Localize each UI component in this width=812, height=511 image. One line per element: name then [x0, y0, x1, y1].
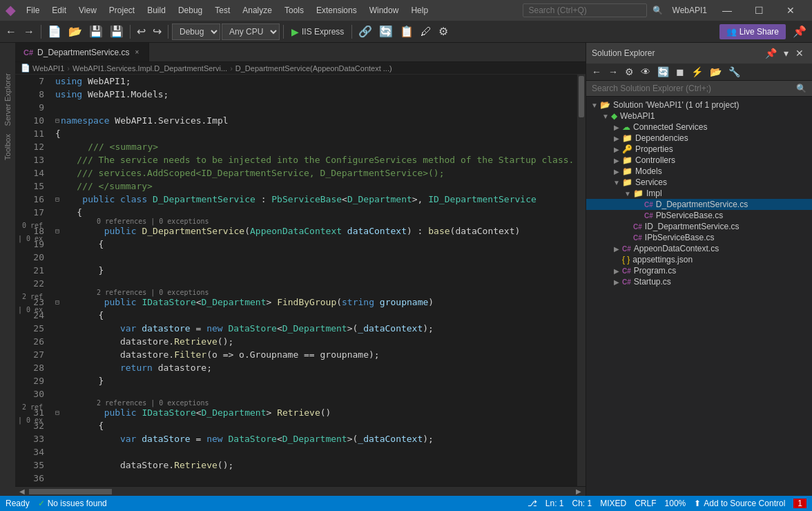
- scrollbar-thumb[interactable]: [579, 76, 584, 117]
- encoding-status[interactable]: MIXED: [600, 499, 626, 508]
- appsettings-label: appsettings.json: [632, 255, 693, 264]
- bc-project-label: WebAPI1: [32, 64, 64, 73]
- pb-service-base-node[interactable]: C# PbServiceBase.cs: [586, 210, 812, 221]
- breadcrumb-namespace[interactable]: WebAPI1.Services.Impl.D_DepartmentServi.…: [72, 64, 227, 73]
- properties-node[interactable]: ▶ 🔑 Properties: [586, 144, 812, 155]
- ready-status: Ready: [6, 499, 30, 508]
- debug-config-dropdown[interactable]: Debug: [172, 23, 220, 40]
- toolbox-tab[interactable]: Toolbox: [2, 131, 13, 163]
- menu-build[interactable]: Build: [142, 4, 171, 17]
- se-refresh-btn[interactable]: 🔄: [655, 65, 672, 79]
- menu-view[interactable]: View: [73, 4, 102, 17]
- d-department-service-node[interactable]: C# D_DepartmentService.cs: [586, 199, 812, 210]
- se-toolbar: ← → ⚙ 👁 🔄 ◼ ⚡ 📂 🔧: [586, 64, 812, 81]
- server-explorer-tab[interactable]: Server Explorer: [2, 70, 13, 128]
- redo-button[interactable]: ↪: [150, 23, 164, 39]
- pin-button[interactable]: 📌: [790, 23, 809, 39]
- se-collapse-btn[interactable]: ◼: [673, 65, 687, 79]
- code-line: [55, 251, 572, 264]
- id-department-service-node[interactable]: C# ID_DepartmentService.cs: [586, 221, 812, 232]
- active-tab[interactable]: C# D_DepartmentService.cs ×: [15, 43, 149, 61]
- close-button[interactable]: ✕: [775, 0, 806, 21]
- vertical-scrollbar[interactable]: [577, 75, 586, 486]
- global-search-input[interactable]: [523, 3, 647, 17]
- se-open-files-btn[interactable]: 📂: [707, 65, 724, 79]
- error-badge[interactable]: 1: [793, 499, 806, 508]
- open-file-button[interactable]: 📂: [66, 23, 85, 39]
- menu-tools[interactable]: Tools: [279, 4, 309, 17]
- se-settings-btn[interactable]: 🔧: [726, 65, 743, 79]
- services-label: Services: [635, 177, 667, 187]
- refresh-button[interactable]: 🔄: [376, 23, 396, 39]
- se-show-all-btn[interactable]: 👁: [638, 65, 653, 79]
- menu-extensions[interactable]: Extensions: [311, 4, 362, 17]
- attach-button[interactable]: 🔗: [356, 23, 375, 39]
- zoom-status[interactable]: 100%: [665, 499, 686, 508]
- menu-debug[interactable]: Debug: [173, 4, 208, 17]
- code-line: }: [55, 264, 572, 277]
- appsettings-node[interactable]: { } appsettings.json: [586, 254, 812, 265]
- run-button[interactable]: ▶ IIS Express: [287, 25, 348, 39]
- se-forward-btn[interactable]: →: [606, 65, 621, 79]
- services-node[interactable]: ▼ 📁 Services: [586, 177, 812, 188]
- models-node[interactable]: ▶ 📁 Models: [586, 166, 812, 177]
- tab-close-button[interactable]: ×: [133, 48, 140, 57]
- se-filter-btn[interactable]: ⚡: [688, 65, 706, 79]
- toolbar-btn-7[interactable]: 🖊: [418, 24, 434, 39]
- startup-node[interactable]: ▶ C# Startup.cs: [586, 276, 812, 287]
- project-node[interactable]: ▼ ◆ WebAPI1: [586, 110, 812, 122]
- new-file-button[interactable]: 📄: [45, 23, 64, 39]
- scroll-right-button[interactable]: ▶: [572, 488, 586, 495]
- se-menu-button[interactable]: ▾: [781, 46, 791, 60]
- forward-button[interactable]: →: [21, 24, 37, 39]
- live-share-button[interactable]: 👥 Live Share: [719, 24, 786, 39]
- horizontal-scrollbar-track[interactable]: [29, 489, 572, 494]
- menu-help[interactable]: Help: [405, 4, 434, 17]
- save-all-button[interactable]: 💾: [107, 23, 126, 39]
- code-line: /// services.AddScoped<ID_DepartmentServ…: [55, 166, 572, 180]
- se-back-btn[interactable]: ←: [589, 65, 604, 79]
- se-search-input[interactable]: [592, 84, 793, 93]
- toolbar-btn-8[interactable]: ⚙: [436, 23, 451, 39]
- source-control-icon: ⬆: [694, 499, 701, 508]
- menu-analyze[interactable]: Analyze: [237, 4, 278, 17]
- save-button[interactable]: 💾: [86, 23, 106, 39]
- controllers-node[interactable]: ▶ 📁 Controllers: [586, 155, 812, 166]
- expand-icon: ▶: [611, 168, 622, 175]
- i-pb-service-base-label: IPbServiceBase.cs: [645, 233, 715, 242]
- platform-dropdown[interactable]: Any CPU: [222, 23, 280, 40]
- code-line: {: [55, 238, 572, 251]
- ref-hint-2: 2 references | 0 exceptions: [55, 290, 572, 296]
- menu-edit[interactable]: Edit: [46, 4, 72, 17]
- no-issues-status[interactable]: ✓ No issues found: [38, 499, 107, 508]
- se-pin-button[interactable]: 📌: [762, 46, 780, 60]
- minimize-button[interactable]: —: [711, 0, 743, 21]
- appeon-data-context-node[interactable]: ▶ C# AppeonDataContext.cs: [586, 243, 812, 254]
- breadcrumb-project[interactable]: 📄 WebAPI1: [21, 64, 64, 73]
- menu-project[interactable]: Project: [104, 4, 140, 17]
- impl-node[interactable]: ▼ 📁 Impl: [586, 188, 812, 199]
- horizontal-scrollbar-thumb[interactable]: [29, 489, 112, 494]
- scroll-left-button[interactable]: ◀: [15, 488, 29, 495]
- toolbar-btn-6[interactable]: 📋: [397, 23, 416, 39]
- menu-test[interactable]: Test: [209, 4, 235, 17]
- dependencies-node[interactable]: ▶ 📁 Dependencies: [586, 133, 812, 144]
- line-ending-status[interactable]: CRLF: [635, 499, 656, 508]
- git-status[interactable]: ⎇: [528, 499, 537, 508]
- maximize-button[interactable]: ☐: [743, 0, 775, 21]
- back-button[interactable]: ←: [3, 24, 19, 39]
- i-pb-service-base-node[interactable]: C# IPbServiceBase.cs: [586, 232, 812, 243]
- properties-icon: 🔑: [622, 144, 632, 154]
- code-content[interactable]: using WebAPI1; using WebAPI1.Models; ⊟ n…: [50, 75, 577, 486]
- solution-node[interactable]: ▼ 📂 Solution 'WebAPI1' (1 of 1 project): [586, 99, 812, 110]
- status-bar: Ready ✓ No issues found ⎇ Ln: 1 Ch: 1 MI…: [0, 496, 812, 511]
- program-node[interactable]: ▶ C# Program.cs: [586, 265, 812, 276]
- menu-window[interactable]: Window: [364, 4, 405, 17]
- se-properties-btn[interactable]: ⚙: [622, 65, 637, 79]
- breadcrumb-method[interactable]: D_DepartmentService(AppeonDataContext ..…: [235, 64, 392, 73]
- se-close-button[interactable]: ✕: [793, 46, 806, 60]
- undo-button[interactable]: ↩: [134, 23, 148, 39]
- add-source-control[interactable]: ⬆ Add to Source Control: [694, 499, 785, 508]
- connected-services-node[interactable]: ▶ ☁ Connected Services: [586, 122, 812, 133]
- menu-file[interactable]: File: [21, 4, 45, 17]
